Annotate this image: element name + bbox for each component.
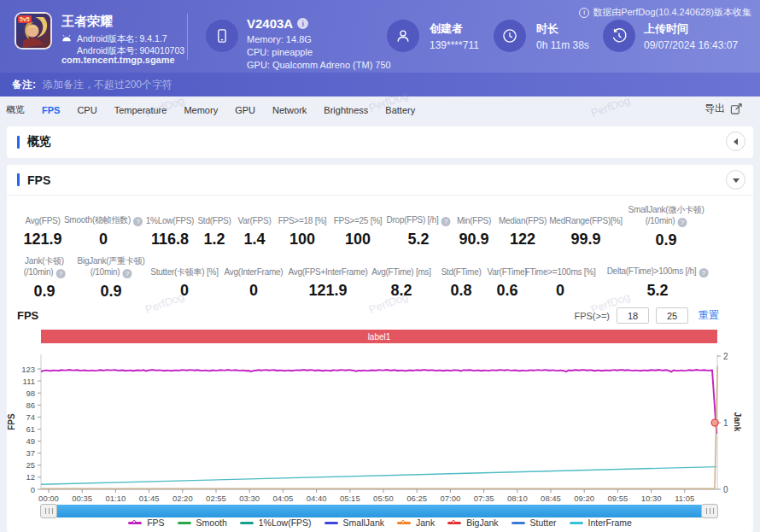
- svg-text:00:00: 00:00: [38, 494, 59, 503]
- tab-cpu[interactable]: CPU: [68, 105, 105, 115]
- stat-var-ftime-: Var(FTime)0.6: [488, 255, 528, 300]
- overview-section: 概览: [7, 126, 753, 158]
- svg-text:04:05: 04:05: [273, 494, 294, 503]
- legend-interframe[interactable]: InterFrame: [570, 517, 632, 528]
- help-icon[interactable]: ?: [133, 217, 143, 226]
- overview-collapse-button[interactable]: [726, 132, 745, 151]
- perfdog-report-page: 5v5 王者荣耀 Android版本名: 9.4.1.7 Android版本号:…: [0, 0, 760, 532]
- svg-text:FPS: FPS: [7, 413, 16, 430]
- legend-fps[interactable]: FPS: [128, 517, 164, 528]
- tab-概览[interactable]: 概览: [0, 103, 33, 116]
- tab-battery[interactable]: Battery: [377, 105, 424, 115]
- header-divider: [187, 14, 188, 60]
- duration-label: 时长: [536, 21, 558, 37]
- svg-text:01:45: 01:45: [139, 494, 160, 503]
- device-gpu: GPU: Qualcomm Adreno (TM) 750: [247, 60, 391, 70]
- creator-value: 139****711: [430, 39, 479, 51]
- legend-smooth[interactable]: Smooth: [178, 517, 227, 528]
- phone-icon: [213, 27, 231, 44]
- remark-bar[interactable]: 备注: 添加备注，不超过200个字符: [0, 73, 760, 96]
- help-icon[interactable]: ?: [56, 269, 65, 278]
- stat-drop-fps-h-: Drop(FPS) [/h]?5.2: [387, 204, 451, 248]
- stat-std-fps-: Std(FPS)1.2: [197, 204, 231, 248]
- info-icon: i: [579, 8, 589, 18]
- help-icon[interactable]: ?: [441, 217, 450, 226]
- svg-text:98: 98: [26, 389, 35, 398]
- tab-temperature[interactable]: Temperature: [106, 105, 176, 115]
- user-icon: [395, 27, 412, 44]
- help-icon[interactable]: ?: [699, 268, 708, 278]
- legend-1%low(fps)[interactable]: 1%Low(FPS): [240, 517, 312, 528]
- scrollbar-right-handle[interactable]: [701, 504, 718, 518]
- tab-network[interactable]: Network: [264, 105, 315, 115]
- stat-jank-10min-: Jank(卡顿) (/10min)?0.9: [24, 255, 66, 301]
- chart-legend: FPSSmooth1%Low(FPS)SmallJankJankBigJankS…: [0, 517, 760, 528]
- fps-line-chart[interactable]: 0122537496174869811112301200:0000:3501:1…: [0, 345, 760, 503]
- watermark: PerfDog: [589, 94, 632, 120]
- export-icon: [730, 102, 743, 115]
- stat-avg-fps-interframe-: Avg(FPS+InterFrame)121.9: [288, 255, 367, 300]
- legend-stutter[interactable]: Stutter: [512, 517, 557, 528]
- fps-stats-grid: Avg(FPS)121.9Smooth(稳帧指数)?01%Low(FPS)116…: [7, 165, 760, 301]
- export-button[interactable]: 导出: [704, 102, 743, 116]
- remark-label: 备注:: [12, 78, 36, 92]
- device-info-icon[interactable]: i: [297, 18, 308, 29]
- android-version-name: Android版本名: 9.4.1.7: [77, 32, 184, 44]
- stat-fps-25-%-: FPS>=25 [%]100: [334, 204, 383, 248]
- threshold-input-2[interactable]: [656, 307, 688, 324]
- stat-smalljank-10min-: SmallJank(微小卡顿) (/10min)?0.9: [628, 204, 704, 249]
- tab-brightness[interactable]: Brightness: [315, 105, 377, 115]
- svg-text:06:25: 06:25: [406, 494, 427, 503]
- upload-icon-circle: [603, 20, 635, 52]
- collect-version-note: i 数据由PerfDog(10.4.240628)版本收集: [579, 6, 751, 19]
- stat-bigjank-10min-: BigJank(严重卡顿) (/10min)?0.9: [78, 255, 145, 301]
- svg-text:86: 86: [26, 400, 35, 410]
- header: 5v5 王者荣耀 Android版本名: 9.4.1.7 Android版本号:…: [0, 0, 760, 73]
- svg-text:02:20: 02:20: [172, 494, 193, 503]
- tab-fps[interactable]: FPS: [33, 105, 68, 115]
- creator-label: 创建者: [430, 21, 463, 37]
- svg-text:74: 74: [26, 412, 35, 422]
- svg-text:07:00: 07:00: [441, 494, 461, 503]
- tab-gpu[interactable]: GPU: [226, 105, 264, 115]
- help-icon[interactable]: ?: [122, 269, 132, 278]
- legend-smalljank[interactable]: SmallJank: [324, 517, 384, 528]
- history-clock-icon: [611, 27, 628, 44]
- svg-text:61: 61: [26, 424, 35, 434]
- help-icon[interactable]: ?: [677, 218, 687, 227]
- svg-text:0: 0: [31, 485, 35, 494]
- overview-section-title: 概览: [27, 134, 51, 149]
- remark-placeholder[interactable]: 添加备注，不超过200个字符: [43, 78, 172, 92]
- device-icon-circle: [206, 20, 238, 52]
- stat-median-fps-: Median(FPS)122: [499, 204, 547, 248]
- svg-text:10:30: 10:30: [641, 494, 662, 503]
- game-app-icon: 5v5: [15, 12, 52, 50]
- threshold-input-1[interactable]: [617, 307, 649, 324]
- legend-jank[interactable]: Jank: [397, 517, 435, 528]
- device-cpu: CPU: pineapple: [247, 47, 313, 57]
- svg-text:111: 111: [23, 377, 35, 386]
- chart-label1-bar[interactable]: label1: [41, 330, 717, 343]
- svg-text:25: 25: [26, 460, 35, 470]
- tab-memory[interactable]: Memory: [175, 105, 226, 115]
- svg-text:123: 123: [21, 365, 35, 374]
- package-name: com.tencent.tmgp.sgame: [61, 55, 175, 65]
- reset-button[interactable]: 重置: [699, 308, 719, 323]
- stat-medrange-fps-%-: MedRange(FPS)[%]99.9: [549, 204, 622, 248]
- svg-text:12: 12: [26, 472, 35, 482]
- svg-text:09:20: 09:20: [574, 494, 594, 503]
- svg-text:0: 0: [723, 485, 728, 494]
- device-model: V2403A i: [247, 16, 308, 31]
- stat-std-ftime-: Std(FTime)0.8: [441, 255, 481, 300]
- legend-bigjank[interactable]: BigJank: [447, 517, 498, 528]
- upload-time-value: 09/07/2024 16:43:07: [644, 39, 738, 51]
- stat-var-fps-: Var(FPS)1.4: [238, 204, 272, 248]
- clock-icon: [501, 27, 518, 44]
- scrollbar-left-handle[interactable]: [40, 504, 57, 518]
- stat-smooth-: Smooth(稳帧指数)?0: [64, 204, 143, 248]
- svg-text:2: 2: [723, 352, 728, 361]
- chart-scrollbar[interactable]: [41, 505, 717, 517]
- section-accent: [17, 136, 20, 149]
- svg-text:Jank: Jank: [733, 412, 742, 432]
- 5v5-badge: 5v5: [18, 15, 32, 23]
